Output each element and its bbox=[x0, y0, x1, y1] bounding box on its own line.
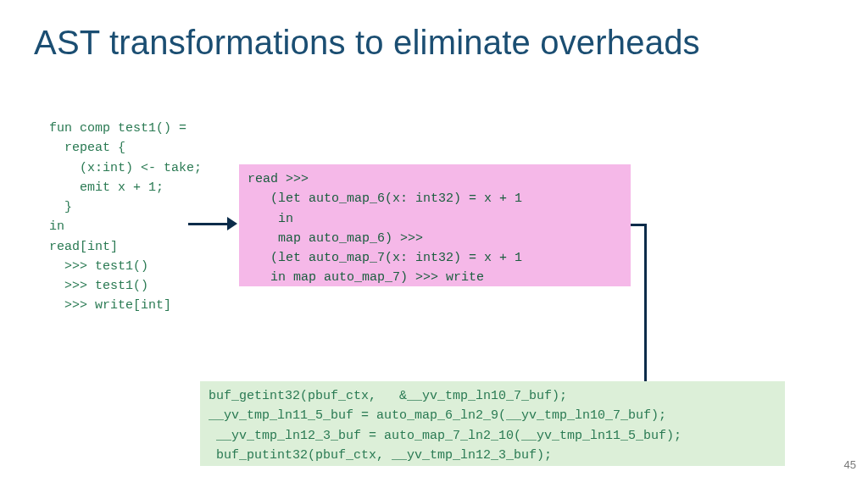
slide-title: AST transformations to eliminate overhea… bbox=[34, 24, 700, 62]
arrow-shaft bbox=[188, 223, 229, 225]
arrow-head bbox=[227, 217, 237, 230]
arrow-down-shaft bbox=[644, 224, 647, 402]
arrow-right-icon bbox=[188, 216, 239, 233]
page-number: 45 bbox=[844, 458, 856, 471]
output-code-block: buf_getint32(pbuf_ctx, &__yv_tmp_ln10_7_… bbox=[200, 381, 785, 466]
intermediate-code-block: read >>> (let auto_map_6(x: int32) = x +… bbox=[239, 164, 631, 286]
slide: AST transformations to eliminate overhea… bbox=[0, 0, 868, 488]
